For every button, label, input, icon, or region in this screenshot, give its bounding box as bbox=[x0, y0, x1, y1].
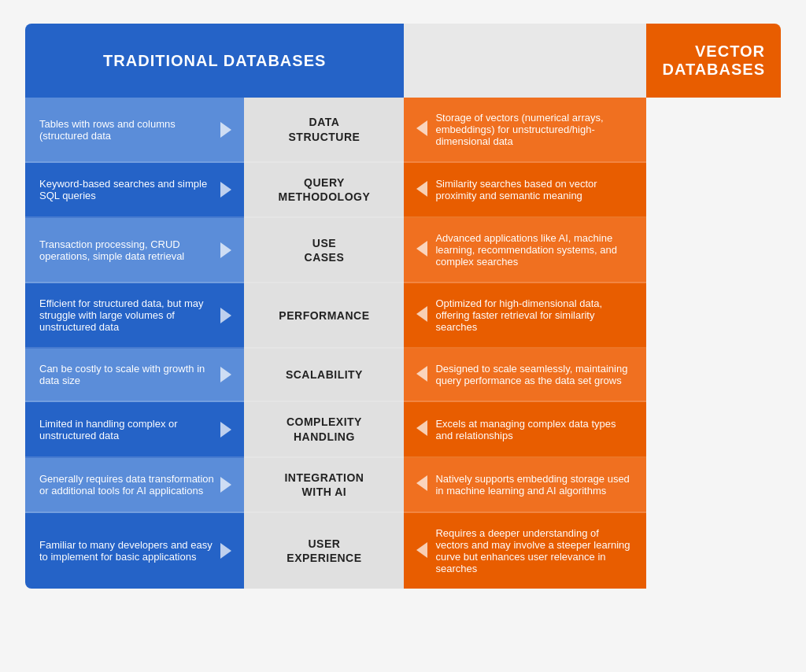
trad-cell-7: Familiar to many developers and easy to … bbox=[25, 513, 244, 589]
middle-cell-1: QUERYMETHODOLOGY bbox=[244, 163, 404, 218]
header-traditional: TRADITIONAL DATABASES bbox=[25, 24, 404, 98]
middle-cell-2: USECASES bbox=[244, 218, 404, 283]
vec-text-7: Requires a deeper understanding of vecto… bbox=[435, 527, 632, 574]
arrow-right-icon-0 bbox=[220, 122, 231, 138]
vec-cell-2: Advanced applications like AI, machine l… bbox=[404, 218, 646, 283]
arrow-left-icon-4 bbox=[416, 366, 427, 382]
middle-cell-3: PERFORMANCE bbox=[244, 283, 404, 349]
comparison-table: TRADITIONAL DATABASES VECTOR DATABASES T… bbox=[25, 24, 781, 589]
arrow-right-icon-1 bbox=[220, 182, 231, 198]
trad-text-2: Transaction processing, CRUD operations,… bbox=[39, 238, 220, 262]
trad-text-3: Efficient for structured data, but may s… bbox=[39, 297, 220, 333]
middle-label-6: INTEGRATIONWITH AI bbox=[250, 471, 397, 499]
middle-label-1: QUERYMETHODOLOGY bbox=[250, 175, 397, 204]
vec-text-4: Designed to scale seamlessly, maintainin… bbox=[435, 363, 632, 386]
trad-text-5: Limited in handling complex or unstructu… bbox=[39, 418, 220, 441]
vec-cell-4: Designed to scale seamlessly, maintainin… bbox=[404, 349, 646, 402]
arrow-right-icon-5 bbox=[220, 422, 231, 438]
vec-cell-7: Requires a deeper understanding of vecto… bbox=[404, 513, 646, 589]
vec-text-0: Storage of vectors (numerical arrays, em… bbox=[435, 112, 632, 147]
middle-cell-7: USEREXPERIENCE bbox=[244, 513, 404, 589]
vec-text-2: Advanced applications like AI, machine l… bbox=[435, 232, 632, 268]
trad-text-4: Can be costly to scale with growth in da… bbox=[39, 363, 220, 386]
trad-text-1: Keyword-based searches and simple SQL qu… bbox=[39, 178, 220, 201]
header-middle-spacer bbox=[404, 24, 646, 98]
arrow-left-icon-0 bbox=[416, 120, 427, 136]
trad-text-7: Familiar to many developers and easy to … bbox=[39, 539, 220, 563]
arrow-left-icon-3 bbox=[416, 306, 427, 322]
middle-cell-5: COMPLEXITYHANDLING bbox=[244, 402, 404, 457]
arrow-left-icon-5 bbox=[416, 420, 427, 436]
vec-cell-5: Excels at managing complex data types an… bbox=[404, 402, 646, 457]
vec-cell-0: Storage of vectors (numerical arrays, em… bbox=[404, 98, 646, 163]
middle-label-7: USEREXPERIENCE bbox=[250, 537, 397, 565]
trad-cell-0: Tables with rows and columns (structured… bbox=[25, 98, 244, 163]
header-vector: VECTOR DATABASES bbox=[646, 24, 781, 98]
trad-cell-2: Transaction processing, CRUD operations,… bbox=[25, 218, 244, 283]
arrow-right-icon-2 bbox=[220, 242, 231, 258]
vec-cell-3: Optimized for high-dimensional data, off… bbox=[404, 283, 646, 349]
arrow-right-icon-4 bbox=[220, 367, 231, 382]
trad-cell-4: Can be costly to scale with growth in da… bbox=[25, 349, 244, 402]
middle-label-5: COMPLEXITYHANDLING bbox=[250, 415, 397, 443]
vec-cell-6: Natively supports embedding storage used… bbox=[404, 458, 646, 513]
arrow-left-icon-1 bbox=[416, 181, 427, 197]
middle-label-0: DATASTRUCTURE bbox=[250, 115, 397, 143]
trad-text-0: Tables with rows and columns (structured… bbox=[39, 118, 220, 142]
middle-label-4: SCALABILITY bbox=[250, 367, 397, 382]
trad-cell-1: Keyword-based searches and simple SQL qu… bbox=[25, 163, 244, 218]
vec-cell-1: Similarity searches based on vector prox… bbox=[404, 163, 646, 218]
trad-cell-6: Generally requires data transformation o… bbox=[25, 458, 244, 513]
middle-cell-4: SCALABILITY bbox=[244, 349, 404, 402]
middle-label-3: PERFORMANCE bbox=[250, 308, 397, 323]
middle-label-2: USECASES bbox=[250, 236, 397, 264]
arrow-right-icon-6 bbox=[220, 477, 231, 493]
arrow-left-icon-6 bbox=[416, 475, 427, 491]
arrow-left-icon-7 bbox=[416, 542, 427, 558]
vec-text-1: Similarity searches based on vector prox… bbox=[435, 178, 632, 201]
trad-text-6: Generally requires data transformation o… bbox=[39, 473, 220, 497]
vec-text-3: Optimized for high-dimensional data, off… bbox=[435, 297, 632, 333]
trad-cell-3: Efficient for structured data, but may s… bbox=[25, 283, 244, 349]
page-container: TRADITIONAL DATABASES VECTOR DATABASES T… bbox=[0, 0, 806, 672]
middle-cell-0: DATASTRUCTURE bbox=[244, 98, 404, 163]
trad-cell-5: Limited in handling complex or unstructu… bbox=[25, 402, 244, 457]
vec-text-6: Natively supports embedding storage used… bbox=[435, 473, 632, 497]
arrow-right-icon-3 bbox=[220, 308, 231, 323]
arrow-right-icon-7 bbox=[220, 543, 231, 559]
vec-text-5: Excels at managing complex data types an… bbox=[435, 418, 632, 441]
middle-cell-6: INTEGRATIONWITH AI bbox=[244, 458, 404, 513]
arrow-left-icon-2 bbox=[416, 241, 427, 257]
